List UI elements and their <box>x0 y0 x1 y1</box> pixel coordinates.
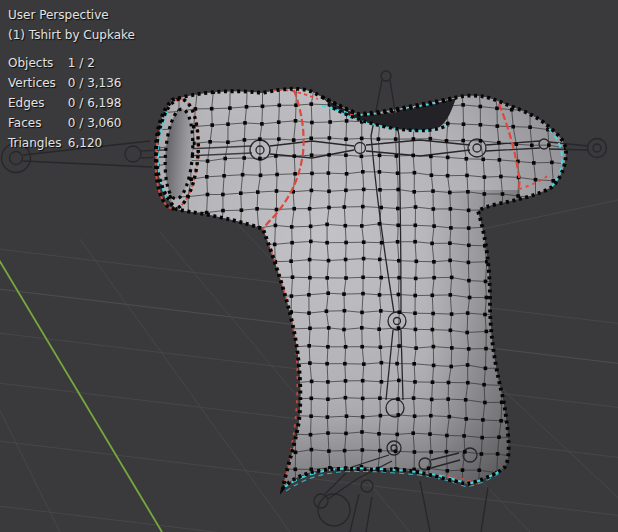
viewport-canvas[interactable] <box>0 0 618 532</box>
blender-3d-viewport[interactable]: User Perspective (1) Tshirt by Cupkake O… <box>0 0 618 532</box>
